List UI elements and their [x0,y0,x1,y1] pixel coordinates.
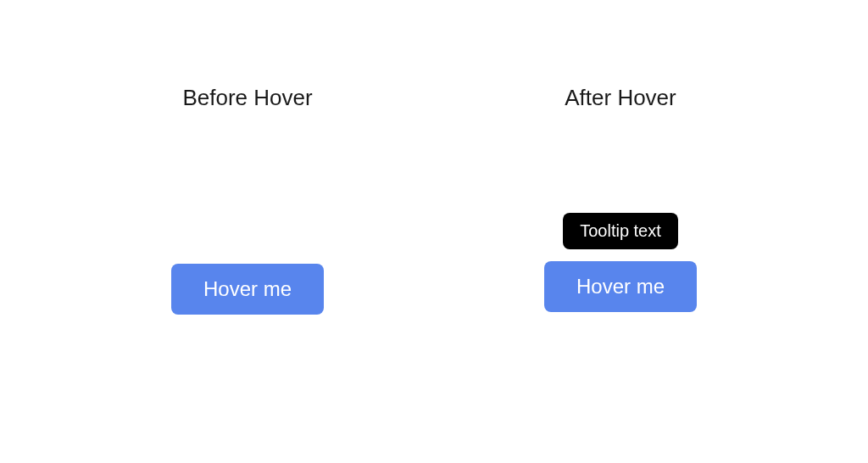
before-hover-button-wrapper: Hover me [171,213,324,315]
after-hover-heading: After Hover [565,85,676,111]
hover-me-button-after[interactable]: Hover me [544,261,697,312]
demo-container: Before Hover Hover me After Hover Toolti… [137,85,731,315]
tooltip: Tooltip text [563,213,678,249]
after-hover-column: After Hover Tooltip text Hover me [510,85,731,315]
before-hover-column: Before Hover Hover me [137,85,358,315]
before-hover-heading: Before Hover [182,85,312,111]
after-hover-button-wrapper: Tooltip text Hover me [544,213,697,312]
hover-me-button-before[interactable]: Hover me [171,264,324,315]
